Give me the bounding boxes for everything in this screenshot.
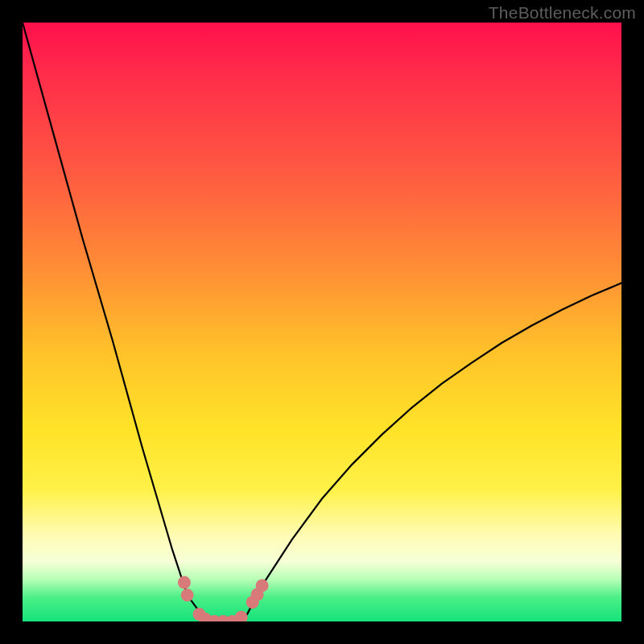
watermark-text: TheBottleneck.com (489, 3, 636, 23)
curve-marker (251, 588, 264, 601)
curve-marker (225, 615, 238, 621)
curve-marker (208, 615, 221, 621)
curve-marker (246, 596, 259, 609)
curve-marker (199, 613, 212, 621)
curve-marker (217, 615, 229, 621)
curve-marker (235, 611, 248, 621)
chart-svg (23, 23, 621, 621)
chart-plot-area (23, 23, 621, 621)
bottleneck-curve (23, 23, 621, 621)
chart-frame: TheBottleneck.com (0, 0, 644, 644)
curve-marker (256, 579, 269, 592)
curve-marker (178, 576, 191, 589)
curve-markers (178, 576, 269, 621)
curve-marker (193, 608, 206, 621)
curve-marker (181, 588, 194, 601)
